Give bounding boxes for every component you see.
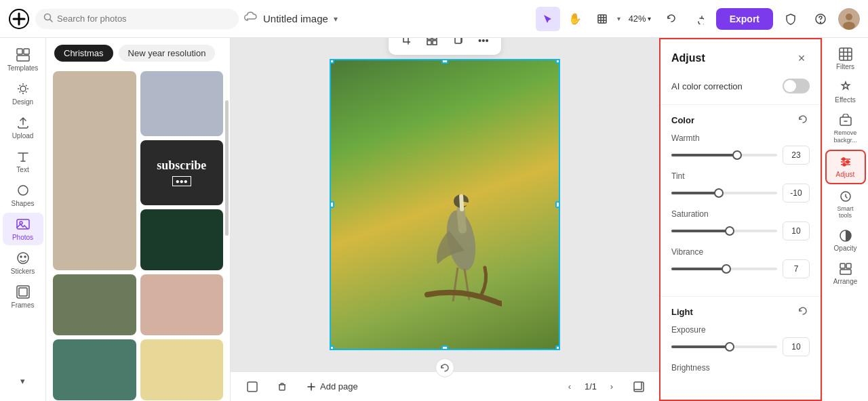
tint-track[interactable] <box>671 192 777 194</box>
undo-button[interactable] <box>659 7 684 31</box>
sidebar-item-templates[interactable]: Templates <box>3 43 43 76</box>
select-tool-button[interactable] <box>536 7 560 31</box>
right-item-effects[interactable]: Effects <box>825 77 866 108</box>
resize-handle-ml[interactable] <box>330 201 334 208</box>
svg-rect-43 <box>840 48 852 60</box>
sidebar-label-text: Text <box>16 166 28 173</box>
sidebar-item-photos[interactable]: Photos <box>3 213 43 245</box>
resize-handle-bm[interactable] <box>441 345 448 350</box>
vibrance-value[interactable]: 7 <box>783 259 810 278</box>
sidebar-collapse-button[interactable]: ▾ <box>14 371 33 390</box>
photo-thumb-5[interactable] <box>53 274 136 335</box>
right-item-remove-bg[interactable]: Removebackgr... <box>825 110 866 148</box>
photo-thumb-2[interactable] <box>140 71 224 136</box>
search-input[interactable] <box>57 14 231 24</box>
tint-fill <box>671 192 719 194</box>
add-page-icon-button[interactable] <box>241 376 263 398</box>
light-reset-button[interactable] <box>796 305 810 318</box>
sidebar-label-frames: Frames <box>12 301 35 309</box>
frame-tool-button[interactable] <box>590 7 614 31</box>
color-section-header: Color <box>671 113 810 127</box>
tint-thumb[interactable] <box>714 188 724 198</box>
shield-icon[interactable] <box>778 7 803 31</box>
delete-page-button[interactable] <box>271 376 293 398</box>
warmth-track[interactable] <box>671 154 777 156</box>
ai-correction-row: AI color correction <box>660 75 821 102</box>
saturation-track[interactable] <box>671 230 777 232</box>
right-item-arrange[interactable]: Arrange <box>825 258 866 290</box>
user-avatar[interactable] <box>838 8 860 30</box>
search-box[interactable] <box>35 9 239 29</box>
resize-handle-tl[interactable] <box>330 59 334 64</box>
sidebar-label-shapes: Shapes <box>12 200 35 207</box>
help-icon[interactable] <box>808 7 833 31</box>
warmth-control: 23 <box>671 146 810 165</box>
warmth-thumb[interactable] <box>732 150 742 160</box>
resize-handle-tr[interactable] <box>555 59 560 64</box>
photo-thumb-7[interactable] <box>53 339 136 400</box>
tab-christmas[interactable]: Christmas <box>54 45 113 62</box>
sidebar-item-shapes[interactable]: Shapes <box>3 179 43 211</box>
copy-button[interactable] <box>447 38 469 51</box>
adjust-panel: Adjust × AI color correction Color Warmt… <box>659 38 822 401</box>
doc-title[interactable]: Untitled image <box>263 13 328 24</box>
zoom-button[interactable]: 42% ▾ <box>623 11 656 26</box>
crop-button[interactable] <box>395 38 417 51</box>
vibrance-track[interactable] <box>671 268 777 270</box>
add-page-button[interactable]: Add page <box>301 379 363 394</box>
svg-point-14 <box>846 14 852 20</box>
resize-handle-br[interactable] <box>555 345 560 350</box>
photo-thumb-1[interactable] <box>53 71 136 270</box>
svg-point-15 <box>843 22 855 30</box>
rotate-handle[interactable] <box>435 358 454 377</box>
vibrance-thumb[interactable] <box>722 264 731 274</box>
next-page-button[interactable]: › <box>602 377 621 396</box>
warmth-value[interactable]: 23 <box>783 146 810 165</box>
svg-point-20 <box>18 186 28 195</box>
right-item-filters[interactable]: Filters <box>825 43 866 75</box>
right-item-opacity[interactable]: Opacity <box>825 225 866 257</box>
more-options-button[interactable]: ••• <box>473 38 494 51</box>
right-label-filters: Filters <box>836 63 854 71</box>
saturation-value[interactable]: 10 <box>783 221 810 240</box>
frame-tool-chevron[interactable]: ▾ <box>617 15 620 22</box>
tint-value[interactable]: -10 <box>783 184 810 203</box>
canvas-image[interactable] <box>330 59 560 350</box>
resize-handle-tm[interactable] <box>441 59 448 64</box>
sidebar-item-text[interactable]: Text <box>3 145 43 177</box>
sidebar-label-design: Design <box>12 98 33 106</box>
tab-new-year[interactable]: New year resolution <box>119 45 216 62</box>
top-bar: Untitled image ▾ ✋ ▾ 42% ▾ <box>0 0 868 38</box>
sidebar-item-frames[interactable]: Frames <box>3 280 43 313</box>
adjust-close-button[interactable]: × <box>793 50 810 66</box>
svg-rect-6 <box>598 15 606 23</box>
grid-button[interactable] <box>421 38 443 51</box>
redo-button[interactable] <box>686 7 711 31</box>
vibrance-slider-row: Vibrance 7 <box>671 247 810 278</box>
right-item-smart-tools[interactable]: Smarttools <box>825 186 866 224</box>
exposure-track[interactable] <box>671 345 777 348</box>
sidebar-item-upload[interactable]: Upload <box>3 111 43 144</box>
svg-rect-59 <box>846 263 851 268</box>
vibrance-control: 7 <box>671 259 810 278</box>
photo-thumb-8[interactable] <box>140 339 224 400</box>
resize-handle-mr[interactable] <box>555 201 560 208</box>
photo-thumb-4[interactable] <box>140 209 224 270</box>
hand-tool-button[interactable]: ✋ <box>563 7 587 31</box>
resize-handle-bl[interactable] <box>330 345 334 350</box>
exposure-thumb[interactable] <box>725 342 734 352</box>
photo-thumb-6[interactable] <box>140 274 224 335</box>
saturation-thumb[interactable] <box>725 226 734 236</box>
export-button[interactable]: Export <box>716 8 773 30</box>
doc-title-chevron[interactable]: ▾ <box>334 14 338 24</box>
prev-page-button[interactable]: ‹ <box>560 377 579 396</box>
sidebar-item-stickers[interactable]: Stickers <box>3 247 43 279</box>
notes-button[interactable] <box>629 377 648 396</box>
app-logo[interactable] <box>8 8 30 30</box>
sidebar-item-design[interactable]: Design <box>3 77 43 110</box>
ai-correction-toggle[interactable] <box>783 79 810 93</box>
color-reset-button[interactable] <box>796 113 810 127</box>
exposure-value[interactable]: 10 <box>783 337 810 356</box>
right-item-adjust[interactable]: Adjust <box>825 150 866 184</box>
photo-thumb-3[interactable]: subscribe●●● <box>140 140 224 205</box>
